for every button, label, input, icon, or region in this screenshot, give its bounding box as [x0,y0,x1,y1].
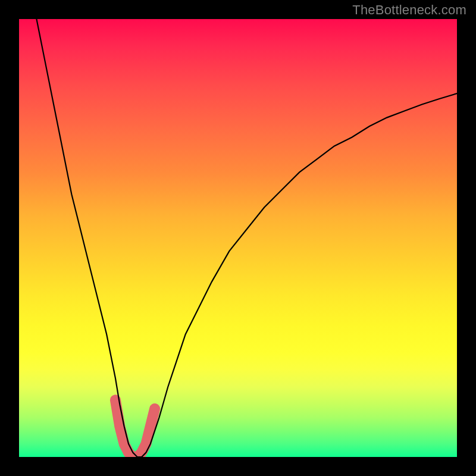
bottleneck-curve-path [36,19,457,457]
optimal-zone-path [115,400,155,457]
chart-svg [19,19,457,457]
attribution-text: TheBottleneck.com [352,2,466,18]
plot-area [19,19,457,457]
